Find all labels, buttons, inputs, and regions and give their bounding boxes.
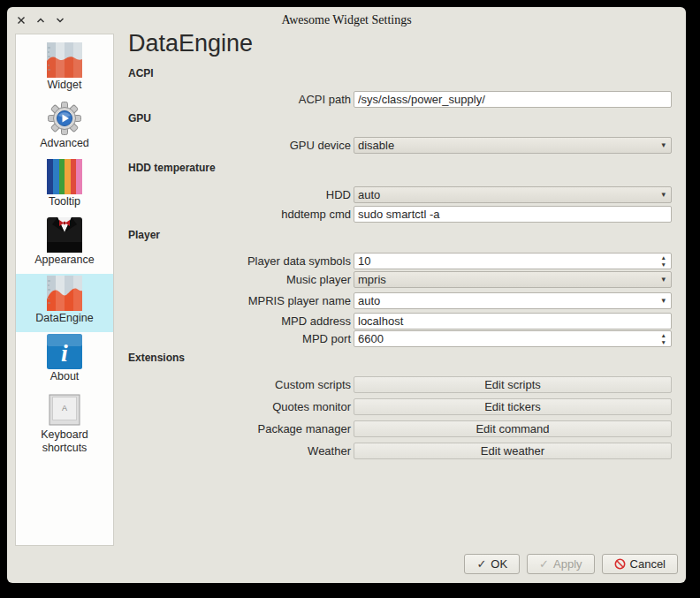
mpd-port-value: 6600 (354, 332, 661, 345)
check-icon: ✓ (539, 558, 549, 570)
area-chart-orange-icon (47, 276, 82, 311)
hdd-select[interactable]: auto ▾ (354, 186, 672, 203)
form-row-mpd-address: MPD address (128, 313, 672, 329)
sidebar-item-appearance[interactable]: Appearance (16, 216, 113, 274)
chevron-down-icon: ▾ (661, 276, 671, 284)
quotes-monitor-label: Quotes monitor (128, 400, 354, 413)
check-icon: ✓ (476, 558, 486, 570)
section-header-player: Player (128, 229, 160, 241)
form-row-quotes-monitor: Quotes monitor Edit tickers (128, 398, 672, 415)
form-row-mpris-player-name: MPRIS player name auto ▾ (128, 292, 672, 309)
player-data-symbols-label: Player data symbols (128, 254, 354, 268)
acpi-path-input-wrap (354, 91, 672, 108)
gear-media-icon (47, 101, 82, 136)
edit-scripts-button[interactable]: Edit scripts (354, 376, 672, 393)
form-row-acpi-path: ACPI path (128, 91, 672, 108)
mpd-port-spinbox[interactable]: 6600 ▲▼ (354, 330, 672, 347)
spinner-arrows-icon[interactable]: ▲▼ (661, 332, 671, 344)
svg-text:i: i (61, 339, 68, 367)
keyboard-key-icon: A (47, 392, 82, 428)
mpd-address-input[interactable] (354, 314, 671, 329)
acpi-path-label: ACPI path (128, 93, 354, 106)
hdd-value: auto (354, 188, 661, 201)
music-player-label: Music player (128, 273, 354, 286)
tuxedo-icon (47, 217, 82, 253)
apply-button[interactable]: ✓ Apply (527, 554, 594, 574)
acpi-path-input[interactable] (354, 92, 671, 107)
sidebar-item-label: Appearance (34, 254, 94, 267)
sidebar-item-label: Advanced (40, 137, 89, 150)
svg-text:A: A (62, 404, 67, 413)
sidebar-item-widget[interactable]: Widget (16, 41, 113, 99)
edit-weather-button[interactable]: Edit weather (354, 443, 672, 459)
sidebar-item-advanced[interactable]: Advanced (16, 99, 113, 157)
sidebar-item-dataengine[interactable]: DataEngine (16, 274, 113, 332)
cancel-button-label: Cancel (630, 557, 666, 571)
music-player-select[interactable]: mpris ▾ (354, 271, 672, 288)
ok-button[interactable]: ✓ OK (464, 554, 520, 574)
sidebar-item-label: About (50, 370, 80, 383)
mpd-port-label: MPD port (128, 332, 354, 345)
sidebar-item-tooltip[interactable]: Tooltip (16, 157, 113, 216)
sidebar-item-label: DataEngine (35, 312, 93, 325)
sidebar-item-keyboard-shortcuts[interactable]: A Keyboard shortcuts (16, 390, 113, 465)
section-header-gpu: GPU (128, 112, 151, 125)
dialog-button-box: ✓ OK ✓ Apply Cancel (464, 554, 678, 574)
apply-button-label: Apply (553, 557, 582, 571)
section-header-acpi: ACPI (128, 67, 154, 79)
section-header-hdd-temperature: HDD temperature (128, 162, 216, 174)
chevron-down-icon: ▾ (661, 191, 671, 199)
area-chart-icon (47, 42, 82, 78)
sidebar-item-about[interactable]: i About (16, 332, 113, 390)
form-row-hddtemp-cmd: hddtemp cmd (128, 206, 672, 223)
prohibition-icon (614, 558, 626, 570)
sidebar-item-label: Tooltip (49, 195, 80, 208)
settings-window: Awesome Widget Settings Widget (7, 7, 686, 583)
window-title: Awesome Widget Settings (7, 7, 686, 34)
info-icon: i (47, 334, 82, 369)
form-row-player-data-symbols: Player data symbols 10 ▲▼ (128, 253, 672, 269)
edit-tickers-button[interactable]: Edit tickers (354, 398, 672, 415)
titlebar: Awesome Widget Settings (7, 7, 686, 34)
music-player-value: mpris (354, 273, 661, 286)
mpris-player-name-value: auto (354, 294, 661, 307)
cancel-button[interactable]: Cancel (602, 554, 678, 574)
form-row-gpu-device: GPU device disable ▾ (128, 137, 672, 154)
hdd-label: HDD (128, 188, 354, 201)
weather-label: Weather (128, 444, 354, 458)
gpu-device-label: GPU device (128, 139, 354, 152)
sidebar-item-label: Widget (48, 79, 82, 92)
section-header-extensions: Extensions (128, 352, 185, 364)
spinner-arrows-icon[interactable]: ▲▼ (661, 254, 671, 267)
color-stripes-icon (47, 159, 82, 194)
mpd-address-label: MPD address (128, 314, 354, 328)
page-title: DataEngine (128, 30, 253, 57)
custom-scripts-label: Custom scripts (128, 378, 354, 391)
ok-button-label: OK (491, 557, 507, 571)
hddtemp-cmd-input[interactable] (354, 207, 671, 222)
sidebar: Widget (15, 34, 114, 546)
player-data-symbols-value: 10 (354, 254, 661, 268)
form-row-weather: Weather Edit weather (128, 443, 672, 459)
mpd-address-input-wrap (354, 313, 672, 329)
hddtemp-cmd-input-wrap (354, 206, 672, 223)
form-row-hdd: HDD auto ▾ (128, 186, 672, 203)
chevron-down-icon: ▾ (661, 141, 671, 149)
gpu-device-value: disable (354, 139, 661, 152)
form-row-custom-scripts: Custom scripts Edit scripts (128, 376, 672, 393)
player-data-symbols-spinbox[interactable]: 10 ▲▼ (354, 253, 672, 269)
form-row-music-player: Music player mpris ▾ (128, 271, 672, 288)
chevron-down-icon: ▾ (661, 297, 671, 305)
sidebar-item-label: Keyboard shortcuts (24, 428, 105, 455)
mpris-player-name-label: MPRIS player name (128, 294, 354, 307)
gpu-device-select[interactable]: disable ▾ (354, 137, 672, 154)
hddtemp-cmd-label: hddtemp cmd (128, 208, 354, 221)
mpris-player-name-combobox[interactable]: auto ▾ (354, 292, 672, 309)
package-manager-label: Package manager (128, 422, 354, 435)
form-row-package-manager: Package manager Edit command (128, 420, 672, 437)
edit-command-button[interactable]: Edit command (354, 420, 672, 437)
form-row-mpd-port: MPD port 6600 ▲▼ (128, 330, 672, 347)
